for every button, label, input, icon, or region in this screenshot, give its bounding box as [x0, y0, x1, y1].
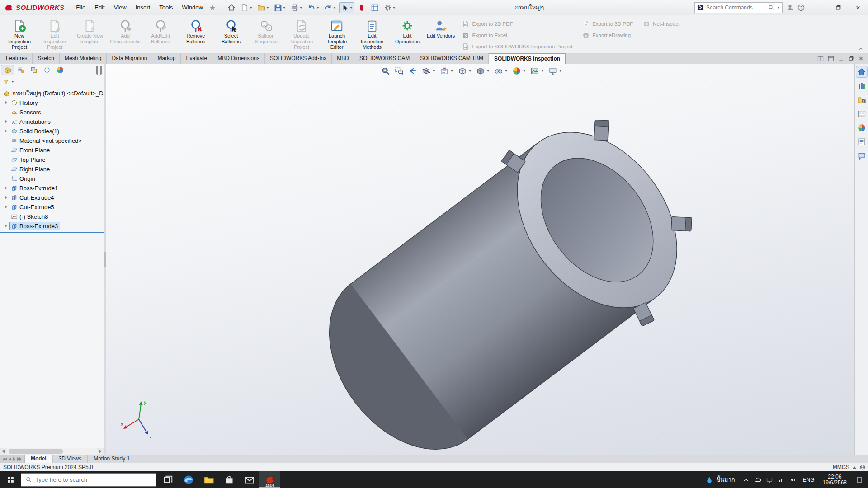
panel-tab-property-manager[interactable]: [14, 65, 27, 75]
tab-solidworks-add-ins[interactable]: SOLIDWORKS Add-Ins: [265, 53, 332, 64]
minimize-button[interactable]: [808, 0, 828, 15]
ribbon-button-launch-template-editor[interactable]: Launch Template Editor: [319, 17, 354, 53]
expand-arrow-icon[interactable]: [4, 119, 9, 125]
redo-button[interactable]: [322, 2, 338, 13]
taskbar-app-edge[interactable]: [178, 471, 198, 488]
dropdown-arrow-icon[interactable]: [250, 7, 252, 9]
restore-button[interactable]: [828, 0, 848, 15]
hud-section-view[interactable]: [421, 66, 435, 76]
filter-funnel-icon[interactable]: [2, 79, 9, 85]
menu-tools[interactable]: Tools: [155, 0, 177, 15]
graphics-area[interactable]: y x z: [106, 64, 854, 455]
scroll-left-icon[interactable]: [0, 448, 7, 455]
tray-chevron-up[interactable]: [740, 471, 752, 488]
menu-edit[interactable]: Edit: [90, 0, 109, 15]
print-button[interactable]: [289, 2, 304, 13]
tray-cloud[interactable]: [752, 471, 764, 488]
dropdown-arrow-icon[interactable]: [316, 7, 319, 9]
dropdown-arrow-icon[interactable]: [450, 70, 453, 72]
tree-item-boss-extrude3[interactable]: Boss-Extrude3: [0, 221, 104, 231]
home-button[interactable]: [226, 2, 237, 13]
tab-solidworks-cam-tbm[interactable]: SOLIDWORKS CAM TBM: [415, 53, 489, 64]
tree-item-solid-bodies-1[interactable]: Solid Bodies(1): [0, 127, 104, 136]
ribbon-collapse-icon[interactable]: [858, 46, 863, 52]
ribbon-button-edit-inspection-methods[interactable]: Edit Inspection Methods: [354, 17, 390, 53]
tree-item-cut-extrude5[interactable]: Cut-Extrude5: [0, 202, 104, 212]
taskpane-design-library[interactable]: [856, 80, 867, 91]
select-cursor-button[interactable]: [339, 2, 354, 13]
dropdown-arrow-icon[interactable]: [393, 7, 396, 9]
filter-dropdown-icon[interactable]: [11, 81, 14, 83]
ribbon-button-edit-vendors[interactable]: Edit Vendors: [425, 17, 457, 53]
dropdown-arrow-icon[interactable]: [541, 70, 543, 72]
taskbar-app-solidworks[interactable]: 2024: [259, 471, 280, 488]
tab-markup[interactable]: Markup: [152, 53, 181, 64]
command-search-input[interactable]: [706, 5, 766, 11]
undo-button[interactable]: [306, 2, 321, 13]
panel-tab-display-manager[interactable]: [54, 65, 66, 75]
taskbar-clock[interactable]: 22:06 19/6/2568: [819, 474, 851, 486]
tab-mesh-modeling[interactable]: Mesh Modeling: [60, 53, 107, 64]
expand-arrow-icon[interactable]: [4, 100, 9, 106]
tab-mbd-dimensions[interactable]: MBD Dimensions: [212, 53, 265, 64]
action-center-button[interactable]: [851, 471, 868, 488]
dropdown-arrow-icon[interactable]: [283, 7, 286, 9]
taskpane-resources[interactable]: [856, 66, 867, 77]
dropdown-arrow-icon[interactable]: [333, 7, 336, 9]
close-button[interactable]: [848, 0, 868, 15]
ribbon-button-select-balloons[interactable]: Select Balloons: [213, 17, 249, 53]
dropdown-arrow-icon[interactable]: [266, 7, 269, 9]
tree-item-top-plane[interactable]: Top Plane: [0, 155, 104, 164]
new-document-button[interactable]: [239, 2, 254, 13]
hud-zoom-fit[interactable]: [380, 66, 390, 76]
tab-data-migration[interactable]: Data Migration: [107, 53, 152, 64]
tree-item-front-plane[interactable]: Front Plane: [0, 145, 104, 155]
menu-insert[interactable]: Insert: [131, 0, 155, 15]
weather-widget[interactable]: ชื้นมาก: [701, 471, 740, 488]
units-label[interactable]: MMGS: [833, 464, 849, 470]
tray-volume[interactable]: [787, 471, 799, 488]
expand-arrow-icon[interactable]: [4, 195, 9, 201]
panel-tab-configuration-manager[interactable]: [28, 65, 40, 75]
next-tab-icon[interactable]: [13, 457, 15, 461]
taskpane-custom-properties[interactable]: [856, 136, 867, 147]
dropdown-arrow-icon[interactable]: [486, 70, 489, 72]
tab-solidworks-cam[interactable]: SOLIDWORKS CAM: [354, 53, 415, 64]
panel-tab-dimxpert-manager[interactable]: [41, 65, 53, 75]
doc-close-icon[interactable]: [858, 56, 864, 61]
tree-item-right-plane[interactable]: Right Plane: [0, 164, 104, 174]
hud-display-style[interactable]: [475, 66, 490, 76]
help-icon[interactable]: ?: [797, 4, 805, 11]
panel-tab-prev-icon[interactable]: [96, 67, 98, 74]
options-gear-button[interactable]: [382, 2, 397, 13]
expand-arrow-icon[interactable]: [4, 223, 9, 229]
expand-arrow-icon[interactable]: [4, 185, 9, 191]
rollback-bar[interactable]: [0, 232, 104, 233]
tree-item-root[interactable]: กรอบใหญ่ๆ (Default) <<Default>_Displ: [0, 89, 104, 98]
language-indicator[interactable]: ENG: [799, 477, 819, 483]
taskbar-app-store[interactable]: [219, 471, 239, 488]
evaluate-sheet-button[interactable]: [369, 2, 381, 13]
tree-item-cut-extrude4[interactable]: Cut-Extrude4: [0, 193, 104, 202]
scrollbar-thumb[interactable]: [9, 449, 63, 454]
globe-icon[interactable]: [859, 464, 866, 470]
hud-previous-view[interactable]: [407, 66, 417, 76]
inspection-addin-button[interactable]: [356, 2, 368, 13]
doc-tab-motion-study-1[interactable]: Motion Study 1: [88, 455, 136, 463]
last-tab-icon[interactable]: [17, 457, 22, 461]
model-3d[interactable]: [106, 64, 854, 455]
tree-item-boss-extrude1[interactable]: Boss-Extrude1: [0, 183, 104, 193]
hud-hide-show[interactable]: [493, 66, 508, 76]
tree-item-origin[interactable]: Origin: [0, 174, 104, 183]
dropdown-arrow-icon[interactable]: [300, 7, 302, 9]
doc-tab-model[interactable]: Model: [25, 455, 53, 463]
tree-item-sensors[interactable]: Sensors: [0, 108, 104, 117]
ribbon-button-edit-operations[interactable]: Edit Operations: [390, 17, 425, 53]
taskbar-search-input[interactable]: [35, 476, 152, 483]
expand-arrow-icon[interactable]: [4, 204, 9, 210]
pane-single-icon[interactable]: [828, 56, 834, 62]
dropdown-arrow-icon[interactable]: [523, 70, 525, 72]
taskbar-app-task-view[interactable]: [158, 471, 178, 488]
ribbon-button-remove-balloons[interactable]: Remove Balloons: [178, 17, 213, 53]
pin-menu-icon[interactable]: [209, 5, 216, 11]
